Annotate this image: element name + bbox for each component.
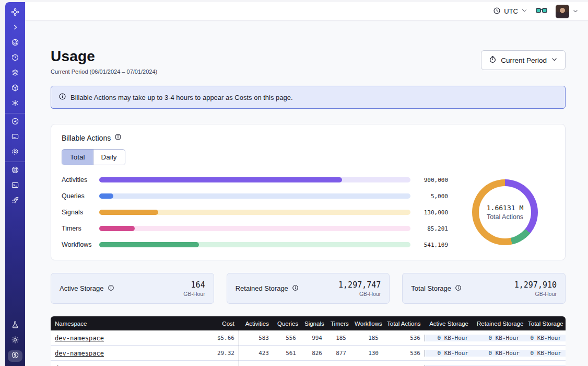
billable-actions-tabs: Total Daily (62, 149, 125, 165)
credit-card-icon (11, 132, 19, 143)
sidebar-item-billing[interactable] (8, 132, 22, 143)
col-timers: Timers (326, 321, 350, 327)
bar-fill (99, 226, 135, 231)
dollar-coin-icon (11, 351, 19, 361)
bar-label: Workflows (62, 241, 99, 248)
retained-storage-label: Retained Storage (236, 284, 288, 292)
total-storage-cell: 0 KB-Hour (524, 335, 566, 341)
user-menu[interactable] (556, 5, 579, 18)
total-storage-value: 1,297,910 (514, 280, 557, 290)
active-storage-unit: GB-Hour (183, 291, 205, 297)
main-content: Usage Current Period (06/01/2024 – 07/01… (25, 21, 588, 366)
timezone-label: UTC (504, 7, 518, 15)
namespace-link[interactable]: dev-namespace (55, 350, 104, 357)
bar-track (99, 226, 410, 231)
bar-fill (99, 210, 158, 215)
history-clock-icon (11, 53, 19, 64)
sidebar-divider (5, 162, 25, 162)
timers-cell: 185 (326, 335, 350, 341)
info-icon[interactable] (108, 284, 114, 293)
chevron-down-icon (572, 7, 579, 16)
info-icon[interactable] (292, 284, 299, 293)
rocket-icon (11, 196, 19, 207)
bar-value: 85,201 (415, 225, 448, 232)
gear-icon (11, 147, 19, 158)
bar-row-signals: Signals 130,000 (62, 209, 448, 216)
sidebar-group-bottom (5, 320, 25, 362)
chevron-down-icon (551, 56, 558, 64)
col-total-storage: Total Storage (524, 321, 566, 327)
sidebar-item-home[interactable] (8, 7, 22, 19)
info-banner: Billable Actions may take up to 3-4 hour… (51, 86, 566, 109)
tab-total[interactable]: Total (62, 150, 93, 165)
chevron-down-icon (521, 7, 527, 15)
cost-cell: 29.32 (198, 350, 239, 357)
sidebar-item-history[interactable] (8, 53, 22, 64)
tab-daily[interactable]: Daily (93, 150, 125, 165)
queries-cell: 556 (273, 335, 300, 341)
sidebar-item-cli[interactable] (8, 180, 22, 192)
table-row: dev-namespace $3.35 492 536 883 816 600 … (51, 361, 566, 366)
total-actions-value: 1.66131 M (487, 204, 523, 212)
gauge-icon (11, 117, 19, 128)
sidebar-expand-button[interactable] (8, 22, 22, 34)
period-selector-button[interactable]: Current Period (481, 50, 566, 70)
table-row: dev-namespace $5.66 583 556 994 185 185 … (51, 330, 566, 346)
col-cost: Cost (198, 321, 239, 327)
sidebar-item-labs[interactable] (8, 320, 22, 331)
clock-icon (493, 7, 501, 16)
sidebar-item-usage[interactable] (8, 117, 22, 128)
donut-center: 1.66131 M Total Actions (479, 186, 531, 238)
workflows-cell: 185 (350, 335, 383, 341)
total-storage-cell: 0 KB-Hour (524, 350, 566, 357)
billable-actions-chart: Activities 900,000 Queries 5,000 (62, 176, 555, 248)
sidebar-item-settings[interactable] (8, 147, 22, 158)
sidebar-item-namespaces[interactable] (8, 38, 22, 49)
col-namespace: Namespace (51, 321, 198, 327)
page-header: Usage Current Period (06/01/2024 – 07/01… (51, 48, 566, 75)
total-storage-label: Total Storage (411, 284, 451, 292)
table-body: dev-namespace $5.66 583 556 994 185 185 … (51, 330, 566, 366)
timers-cell: 877 (326, 350, 350, 357)
namespace-link[interactable]: dev-namespace (55, 335, 104, 342)
feedback-button[interactable] (536, 7, 547, 16)
bar-label: Signals (62, 209, 99, 216)
namespace-usage-table: Namespace Cost Activities Queries Signal… (51, 316, 566, 366)
page-title: Usage (51, 48, 157, 65)
total-storage-unit: GB-Hour (514, 291, 557, 297)
sidebar-item-support[interactable] (8, 165, 22, 177)
col-queries: Queries (273, 321, 300, 327)
timezone-selector[interactable]: UTC (493, 7, 527, 16)
info-banner-text: Billable Actions may take up to 3-4 hour… (70, 94, 293, 101)
spiral-icon (11, 38, 19, 49)
info-icon[interactable] (455, 284, 462, 293)
bar-chart: Activities 900,000 Queries 5,000 (62, 176, 455, 248)
sidebar-item-pricing[interactable] (8, 350, 22, 362)
signals-cell: 826 (300, 350, 326, 357)
bar-value: 900,000 (415, 177, 448, 184)
sidebar-item-getting-started[interactable] (8, 196, 22, 207)
bar-fill (99, 177, 342, 182)
period-selector-label: Current Period (501, 56, 547, 64)
sidebar-item-layers[interactable] (8, 68, 22, 79)
sidebar-item-batch[interactable] (8, 98, 22, 110)
queries-cell: 561 (273, 350, 300, 357)
sidebar-group-help (5, 165, 25, 207)
active-storage-cell: 0 KB-Hour (425, 350, 473, 357)
table-header-row: Namespace Cost Activities Queries Signal… (51, 316, 566, 330)
layers-icon (11, 68, 19, 79)
bar-row-queries: Queries 5,000 (62, 192, 448, 200)
bar-row-activities: Activities 900,000 (62, 176, 448, 184)
flask-icon (11, 321, 19, 331)
active-storage-label: Active Storage (60, 284, 104, 292)
info-icon[interactable] (114, 133, 122, 142)
bar-value: 5,000 (415, 193, 448, 200)
billable-actions-card: Billable Actions Total Daily Activities … (51, 124, 566, 260)
sidebar-item-theme[interactable] (8, 335, 22, 347)
sidebar (5, 2, 25, 366)
bar-label: Activities (62, 176, 99, 184)
sidebar-item-deployments[interactable] (8, 83, 22, 95)
table-row: dev-namespace 29.32 423 561 826 877 130 … (51, 346, 566, 361)
chevron-right-icon (11, 24, 19, 33)
col-signals: Signals (300, 321, 326, 327)
